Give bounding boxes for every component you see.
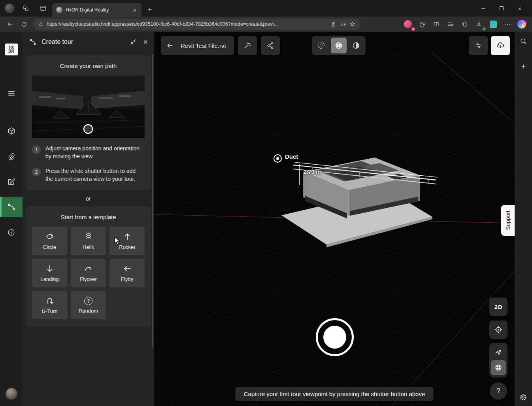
browser-essentials-icon[interactable]: 3 (402, 18, 414, 30)
wireframe-sphere-icon (334, 41, 343, 50)
view-settings-button[interactable] (469, 36, 488, 55)
workspaces-icon[interactable] (20, 2, 32, 14)
arrow-down-icon (45, 264, 55, 273)
back-button[interactable] (161, 36, 179, 55)
app-sidebar: Hx DR (0, 32, 23, 406)
panel-title: Create tour (42, 38, 73, 46)
shaded-mode-button[interactable] (348, 38, 364, 53)
copilot-icon[interactable] (515, 18, 528, 30)
back-arrow-icon (166, 42, 174, 49)
template-uturn-button[interactable]: U-Turn (32, 291, 67, 319)
template-random-button[interactable]: ? Random (71, 291, 106, 319)
magic-wand-icon (243, 42, 251, 49)
cube-icon (7, 127, 16, 135)
download-button[interactable] (491, 36, 510, 55)
browser-chrome: HxGN Digital Reality × + × https://reali… (0, 0, 532, 32)
extensions-icon[interactable] (416, 18, 428, 30)
share-button[interactable] (261, 36, 280, 55)
help-button[interactable]: ? (490, 382, 507, 400)
hamburger-icon (7, 89, 16, 98)
template-flyby-button[interactable]: Flyby (109, 259, 145, 287)
settings-menu-icon[interactable]: ⋯ (501, 18, 514, 30)
collections-icon[interactable] (458, 18, 471, 30)
template-card: Start from a template Circle Helix Rocke… (26, 207, 151, 326)
favorite-star-icon[interactable] (349, 21, 356, 27)
point-cloud-icon (317, 41, 326, 50)
thumbnail-shutter-icon (84, 125, 92, 133)
mesh-mode-button[interactable] (331, 38, 347, 53)
magic-wand-button[interactable] (238, 36, 257, 55)
address-bar: https://realitycloudstudio.hxdr.app/asse… (0, 17, 532, 32)
new-tab-button[interactable]: + (144, 4, 156, 15)
search-icon[interactable] (517, 35, 530, 47)
file-title-group: Revit Test File.rvt (161, 36, 234, 55)
back-icon[interactable] (4, 18, 17, 30)
browser-tab[interactable]: HxGN Digital Reality × (52, 3, 141, 17)
tab-bar: HxGN Digital Reality × + × (0, 0, 532, 17)
2d-mode-button[interactable]: 2D (489, 298, 507, 316)
browser-profile-avatar[interactable] (5, 4, 14, 13)
tour-path-icon (29, 38, 37, 46)
annotation-marker[interactable] (274, 154, 282, 163)
tab-actions-icon[interactable] (37, 2, 49, 14)
sliders-icon (474, 42, 482, 49)
edge-sidebar-rail: + (515, 32, 532, 406)
revit-model[interactable] (269, 148, 478, 279)
add-sidebar-item-icon[interactable]: + (517, 60, 530, 73)
reading-mode-icon[interactable] (330, 21, 336, 27)
sidebar-item-annotate[interactable] (4, 174, 19, 190)
toast-message: Capture your first tour viewpoint by pre… (236, 387, 434, 401)
close-window-button[interactable]: × (511, 0, 529, 17)
cloud-download-icon (496, 41, 505, 50)
close-panel-icon[interactable]: × (143, 38, 148, 46)
question-icon: ? (84, 297, 92, 305)
u-turn-icon (45, 296, 55, 305)
hxdr-logo[interactable]: Hx DR (5, 44, 18, 55)
tour-thumbnail (32, 76, 145, 138)
user-avatar[interactable] (6, 388, 17, 400)
sidebar-item-info[interactable] (4, 224, 19, 240)
sidebar-item-attachments[interactable] (4, 148, 19, 164)
template-flyover-button[interactable]: Flyover (71, 259, 106, 287)
panel-scrollbar[interactable] (152, 55, 153, 347)
template-circle-button[interactable]: Circle (32, 227, 67, 255)
favorites-bar-icon[interactable] (444, 18, 457, 30)
file-title: Revit Test File.rvt (179, 42, 234, 49)
helix-icon (84, 232, 93, 241)
minimize-button[interactable] (474, 0, 492, 17)
3d-viewport[interactable]: Duct 2.70 m Revit Test File.rvt (154, 32, 515, 406)
own-path-card: Create your own path (26, 55, 151, 190)
template-helix-button[interactable]: Helix (71, 227, 106, 255)
blue-axis-line (431, 51, 515, 123)
svg-text:A: A (340, 23, 343, 27)
read-aloud-icon[interactable]: A (340, 21, 346, 28)
downloads-icon[interactable] (473, 18, 485, 30)
share-icon (266, 42, 274, 49)
support-tab[interactable]: Support (501, 205, 515, 236)
edit-icon (7, 178, 15, 186)
maximize-button[interactable] (492, 0, 511, 17)
shutter-button[interactable] (316, 318, 354, 356)
tab-title: HxGN Digital Reality (66, 7, 128, 13)
refresh-icon[interactable] (17, 18, 30, 30)
fly-navigation-button[interactable] (490, 344, 507, 360)
or-divider: or (23, 195, 154, 202)
main-menu-button[interactable] (4, 85, 19, 101)
template-rocket-button[interactable]: Rocket (109, 227, 145, 255)
own-path-title: Create your own path (32, 63, 145, 69)
measurement-label: 2.70 m (304, 169, 321, 175)
template-landing-button[interactable]: Landing (32, 259, 67, 287)
point-cloud-mode-button[interactable] (313, 38, 329, 53)
template-grid: Circle Helix Rocket Landing Flyover (32, 227, 145, 319)
gear-icon[interactable] (517, 391, 530, 404)
locate-button[interactable] (489, 321, 507, 339)
crosshair-icon (494, 325, 503, 334)
sidebar-item-tours[interactable] (0, 197, 23, 217)
globe-navigation-button[interactable] (491, 360, 506, 375)
url-field[interactable]: https://realitycloudstudio.hxdr.app/asse… (33, 19, 360, 30)
split-screen-icon[interactable] (430, 18, 443, 30)
extension-shortcut-icon[interactable] (487, 18, 500, 30)
sidebar-item-assets[interactable] (4, 123, 19, 139)
tab-close-icon[interactable]: × (131, 6, 138, 13)
collapse-icon[interactable] (130, 38, 137, 46)
